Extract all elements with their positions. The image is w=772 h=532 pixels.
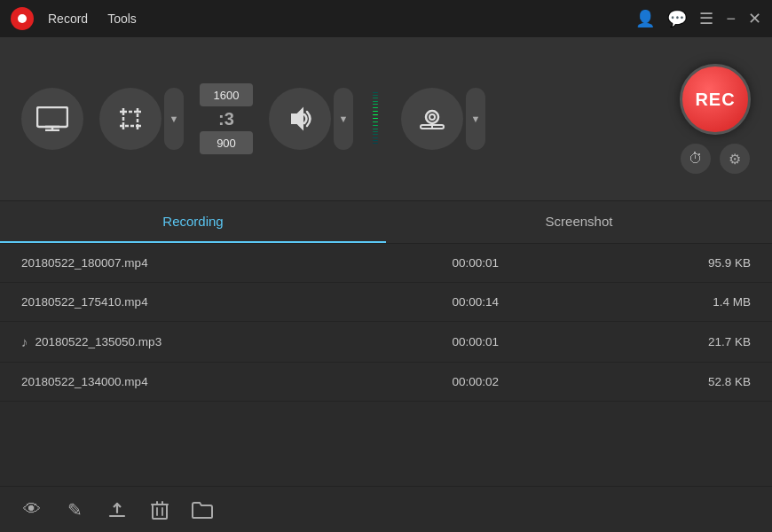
app-logo bbox=[11, 7, 34, 30]
audio-bar bbox=[373, 114, 378, 115]
audio-bar bbox=[373, 107, 378, 108]
file-name: 20180522_175410.mp4 bbox=[21, 295, 379, 309]
file-name: 20180522_134000.mp4 bbox=[21, 375, 379, 388]
resolution-group: :3 bbox=[200, 83, 253, 154]
delete-icon[interactable] bbox=[146, 496, 174, 524]
webcam-button[interactable] bbox=[401, 88, 463, 150]
webcam-group: ▼ bbox=[401, 88, 485, 150]
svg-rect-0 bbox=[37, 107, 67, 127]
audio-button[interactable] bbox=[269, 88, 331, 150]
settings-icon[interactable]: ⚙ bbox=[720, 144, 750, 174]
audio-bar bbox=[373, 121, 378, 122]
file-list: 20180522_180007.mp400:00:0195.9 KB201805… bbox=[0, 244, 772, 486]
content: Recording Screenshot 20180522_180007.mp4… bbox=[0, 201, 772, 532]
audio-bar bbox=[373, 111, 378, 112]
tab-recording[interactable]: Recording bbox=[0, 201, 386, 243]
menu-icon[interactable]: ☰ bbox=[699, 11, 713, 27]
crop-dropdown-button[interactable]: ▼ bbox=[164, 88, 184, 150]
audio-group: ▼ bbox=[269, 88, 353, 150]
svg-rect-4 bbox=[123, 112, 138, 126]
edit-icon[interactable]: ✎ bbox=[60, 496, 89, 524]
menu-record[interactable]: Record bbox=[43, 8, 93, 29]
menu-tools[interactable]: Tools bbox=[102, 8, 142, 29]
file-duration: 00:00:01 bbox=[386, 256, 565, 270]
titlebar-icons: 👤 💬 ☰ − ✕ bbox=[635, 9, 761, 28]
audio-bar bbox=[373, 125, 378, 126]
svg-rect-20 bbox=[153, 505, 167, 519]
resolution-height-input[interactable] bbox=[200, 131, 253, 154]
file-size: 95.9 KB bbox=[572, 256, 752, 270]
audio-level-bars bbox=[373, 92, 385, 145]
user-icon[interactable]: 👤 bbox=[635, 11, 655, 27]
audio-bar bbox=[373, 104, 378, 105]
file-size: 52.8 KB bbox=[572, 375, 752, 388]
webcam-dropdown-button[interactable]: ▼ bbox=[466, 88, 485, 150]
close-icon[interactable]: ✕ bbox=[748, 9, 761, 28]
file-duration: 00:00:02 bbox=[386, 375, 565, 388]
tabs: Recording Screenshot bbox=[0, 201, 772, 244]
rec-area: REC ⏱ ⚙ bbox=[680, 64, 751, 174]
svg-point-15 bbox=[429, 114, 435, 120]
svg-marker-13 bbox=[292, 109, 303, 129]
file-row[interactable]: 20180522_175410.mp400:00:141.4 MB bbox=[0, 283, 772, 322]
titlebar: Record Tools 👤 💬 ☰ − ✕ bbox=[0, 0, 772, 37]
file-row[interactable]: 20180522_180007.mp400:00:0195.9 KB bbox=[0, 244, 772, 283]
folder-icon[interactable] bbox=[188, 496, 217, 524]
bottom-bar: 👁 ✎ bbox=[0, 486, 772, 532]
file-duration: 00:00:01 bbox=[386, 335, 565, 348]
audio-bar bbox=[373, 101, 378, 102]
tab-screenshot[interactable]: Screenshot bbox=[386, 201, 772, 243]
resolution-width-input[interactable] bbox=[200, 83, 253, 106]
audio-bar bbox=[373, 118, 378, 119]
minimize-icon[interactable]: − bbox=[726, 11, 736, 27]
file-row[interactable]: ♪20180522_135050.mp300:00:0121.7 KB bbox=[0, 322, 772, 363]
resolution-divider: :3 bbox=[218, 110, 234, 128]
crop-button[interactable] bbox=[99, 88, 161, 150]
file-duration: 00:00:14 bbox=[386, 295, 565, 309]
crop-group: ▼ bbox=[99, 88, 184, 150]
upload-icon[interactable] bbox=[103, 496, 131, 524]
rec-button[interactable]: REC bbox=[680, 64, 751, 135]
preview-icon[interactable]: 👁 bbox=[18, 496, 46, 524]
toolbar: ▼ :3 ▼ ▼ REC bbox=[0, 37, 772, 201]
chat-icon[interactable]: 💬 bbox=[667, 11, 687, 27]
music-icon: ♪ bbox=[21, 334, 28, 349]
rec-sub-icons: ⏱ ⚙ bbox=[681, 144, 750, 174]
file-name: 20180522_180007.mp4 bbox=[21, 256, 379, 270]
file-name: ♪20180522_135050.mp3 bbox=[21, 334, 379, 349]
svg-point-14 bbox=[426, 111, 438, 123]
file-size: 21.7 KB bbox=[572, 335, 752, 348]
file-size: 1.4 MB bbox=[572, 295, 752, 309]
file-row[interactable]: 20180522_134000.mp400:00:0252.8 KB bbox=[0, 363, 772, 402]
audio-dropdown-button[interactable]: ▼ bbox=[334, 88, 353, 150]
screen-capture-button[interactable] bbox=[21, 88, 83, 150]
schedule-icon[interactable]: ⏱ bbox=[681, 144, 711, 174]
